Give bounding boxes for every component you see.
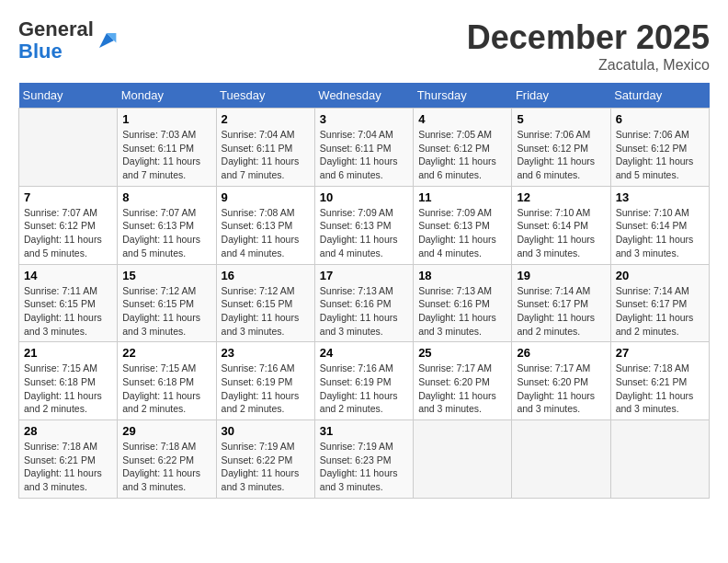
header-thursday: Thursday [414, 83, 512, 109]
day-number: 3 [320, 112, 408, 126]
calendar-cell: 17Sunrise: 7:13 AMSunset: 6:16 PMDayligh… [314, 264, 413, 342]
header-saturday: Saturday [610, 83, 709, 109]
calendar-cell: 7Sunrise: 7:07 AMSunset: 6:12 PMDaylight… [19, 186, 118, 264]
calendar-cell: 12Sunrise: 7:10 AMSunset: 6:14 PMDayligh… [512, 186, 610, 264]
header-monday: Monday [118, 83, 216, 109]
day-info: Sunrise: 7:17 AMSunset: 6:20 PMDaylight:… [418, 362, 506, 416]
calendar-cell [19, 109, 118, 187]
day-number: 9 [222, 190, 310, 204]
day-number: 27 [616, 346, 704, 360]
calendar-cell: 22Sunrise: 7:15 AMSunset: 6:18 PMDayligh… [118, 342, 216, 420]
calendar-cell: 10Sunrise: 7:09 AMSunset: 6:13 PMDayligh… [314, 186, 413, 264]
calendar-cell: 23Sunrise: 7:16 AMSunset: 6:19 PMDayligh… [216, 342, 314, 420]
calendar-cell: 27Sunrise: 7:18 AMSunset: 6:21 PMDayligh… [610, 342, 709, 420]
calendar-cell: 16Sunrise: 7:12 AMSunset: 6:15 PMDayligh… [216, 264, 314, 342]
day-number: 21 [24, 346, 112, 360]
calendar-cell: 19Sunrise: 7:14 AMSunset: 6:17 PMDayligh… [512, 264, 610, 342]
day-info: Sunrise: 7:06 AMSunset: 6:12 PMDaylight:… [517, 128, 605, 182]
calendar-header: SundayMondayTuesdayWednesdayThursdayFrid… [19, 83, 710, 109]
day-info: Sunrise: 7:18 AMSunset: 6:22 PMDaylight:… [122, 440, 210, 494]
day-number: 23 [222, 346, 310, 360]
calendar-cell: 21Sunrise: 7:15 AMSunset: 6:18 PMDayligh… [19, 342, 118, 420]
day-info: Sunrise: 7:04 AMSunset: 6:11 PMDaylight:… [222, 128, 310, 182]
calendar-cell: 4Sunrise: 7:05 AMSunset: 6:12 PMDaylight… [414, 109, 512, 187]
day-number: 8 [122, 190, 210, 204]
day-number: 6 [616, 112, 704, 126]
calendar-cell: 26Sunrise: 7:17 AMSunset: 6:20 PMDayligh… [512, 342, 610, 420]
calendar-cell [610, 420, 709, 499]
day-number: 2 [222, 112, 310, 126]
day-number: 4 [418, 112, 506, 126]
day-info: Sunrise: 7:15 AMSunset: 6:18 PMDaylight:… [24, 362, 112, 416]
calendar-cell: 30Sunrise: 7:19 AMSunset: 6:22 PMDayligh… [216, 420, 314, 499]
calendar-cell: 15Sunrise: 7:12 AMSunset: 6:15 PMDayligh… [118, 264, 216, 342]
day-number: 19 [517, 269, 605, 282]
day-number: 20 [616, 269, 704, 282]
day-number: 14 [24, 269, 112, 282]
calendar-cell: 8Sunrise: 7:07 AMSunset: 6:13 PMDaylight… [118, 186, 216, 264]
day-number: 13 [616, 190, 704, 204]
day-info: Sunrise: 7:06 AMSunset: 6:12 PMDaylight:… [616, 128, 704, 182]
calendar-cell [414, 420, 512, 499]
calendar-cell: 29Sunrise: 7:18 AMSunset: 6:22 PMDayligh… [118, 420, 216, 499]
day-info: Sunrise: 7:09 AMSunset: 6:13 PMDaylight:… [320, 206, 408, 260]
day-info: Sunrise: 7:03 AMSunset: 6:11 PMDaylight:… [122, 128, 210, 182]
header-sunday: Sunday [19, 83, 118, 109]
calendar-table: SundayMondayTuesdayWednesdayThursdayFrid… [18, 83, 710, 499]
header-friday: Friday [512, 83, 610, 109]
day-number: 17 [320, 269, 408, 282]
day-number: 12 [517, 190, 605, 204]
calendar-cell: 20Sunrise: 7:14 AMSunset: 6:17 PMDayligh… [610, 264, 709, 342]
day-number: 18 [418, 269, 506, 282]
logo-blue-text: Blue [18, 40, 63, 63]
day-info: Sunrise: 7:10 AMSunset: 6:14 PMDaylight:… [517, 206, 605, 260]
day-info: Sunrise: 7:12 AMSunset: 6:15 PMDaylight:… [222, 284, 310, 339]
day-info: Sunrise: 7:17 AMSunset: 6:20 PMDaylight:… [517, 362, 605, 416]
day-number: 11 [418, 190, 506, 204]
day-number: 5 [517, 112, 605, 126]
logo: General Blue [18, 18, 118, 63]
week-row-4: 21Sunrise: 7:15 AMSunset: 6:18 PMDayligh… [19, 342, 710, 420]
day-info: Sunrise: 7:15 AMSunset: 6:18 PMDaylight:… [122, 362, 210, 416]
month-title: December 2025 [467, 18, 710, 57]
week-row-3: 14Sunrise: 7:11 AMSunset: 6:15 PMDayligh… [19, 264, 710, 342]
header-wednesday: Wednesday [314, 83, 413, 109]
calendar-cell: 31Sunrise: 7:19 AMSunset: 6:23 PMDayligh… [314, 420, 413, 499]
day-number: 24 [320, 346, 408, 360]
day-info: Sunrise: 7:14 AMSunset: 6:17 PMDaylight:… [616, 284, 704, 339]
week-row-5: 28Sunrise: 7:18 AMSunset: 6:21 PMDayligh… [19, 420, 710, 499]
day-number: 25 [418, 346, 506, 360]
calendar-cell: 11Sunrise: 7:09 AMSunset: 6:13 PMDayligh… [414, 186, 512, 264]
calendar-cell [512, 420, 610, 499]
day-info: Sunrise: 7:10 AMSunset: 6:14 PMDaylight:… [616, 206, 704, 260]
day-info: Sunrise: 7:18 AMSunset: 6:21 PMDaylight:… [24, 440, 112, 494]
week-row-1: 1Sunrise: 7:03 AMSunset: 6:11 PMDaylight… [19, 109, 710, 187]
day-info: Sunrise: 7:13 AMSunset: 6:16 PMDaylight:… [320, 284, 408, 339]
day-number: 31 [320, 424, 408, 438]
day-number: 30 [222, 424, 310, 438]
week-row-2: 7Sunrise: 7:07 AMSunset: 6:12 PMDaylight… [19, 186, 710, 264]
day-info: Sunrise: 7:04 AMSunset: 6:11 PMDaylight:… [320, 128, 408, 182]
day-number: 26 [517, 346, 605, 360]
calendar-cell: 3Sunrise: 7:04 AMSunset: 6:11 PMDaylight… [314, 109, 413, 187]
logo-general-text: General [18, 17, 94, 40]
day-number: 22 [122, 346, 210, 360]
calendar-cell: 1Sunrise: 7:03 AMSunset: 6:11 PMDaylight… [118, 109, 216, 187]
calendar-cell: 2Sunrise: 7:04 AMSunset: 6:11 PMDaylight… [216, 109, 314, 187]
page-header: General Blue December 2025 Zacatula, Mex… [18, 18, 710, 74]
day-number: 7 [24, 190, 112, 204]
day-info: Sunrise: 7:09 AMSunset: 6:13 PMDaylight:… [418, 206, 506, 260]
calendar-cell: 28Sunrise: 7:18 AMSunset: 6:21 PMDayligh… [19, 420, 118, 499]
day-number: 16 [222, 269, 310, 282]
day-info: Sunrise: 7:05 AMSunset: 6:12 PMDaylight:… [418, 128, 506, 182]
logo-icon [96, 29, 118, 52]
day-info: Sunrise: 7:18 AMSunset: 6:21 PMDaylight:… [616, 362, 704, 416]
day-info: Sunrise: 7:07 AMSunset: 6:12 PMDaylight:… [24, 206, 112, 260]
day-info: Sunrise: 7:16 AMSunset: 6:19 PMDaylight:… [320, 362, 408, 416]
calendar-cell: 14Sunrise: 7:11 AMSunset: 6:15 PMDayligh… [19, 264, 118, 342]
day-info: Sunrise: 7:19 AMSunset: 6:22 PMDaylight:… [222, 440, 310, 494]
day-info: Sunrise: 7:07 AMSunset: 6:13 PMDaylight:… [122, 206, 210, 260]
day-info: Sunrise: 7:08 AMSunset: 6:13 PMDaylight:… [222, 206, 310, 260]
day-info: Sunrise: 7:16 AMSunset: 6:19 PMDaylight:… [222, 362, 310, 416]
calendar-cell: 18Sunrise: 7:13 AMSunset: 6:16 PMDayligh… [414, 264, 512, 342]
